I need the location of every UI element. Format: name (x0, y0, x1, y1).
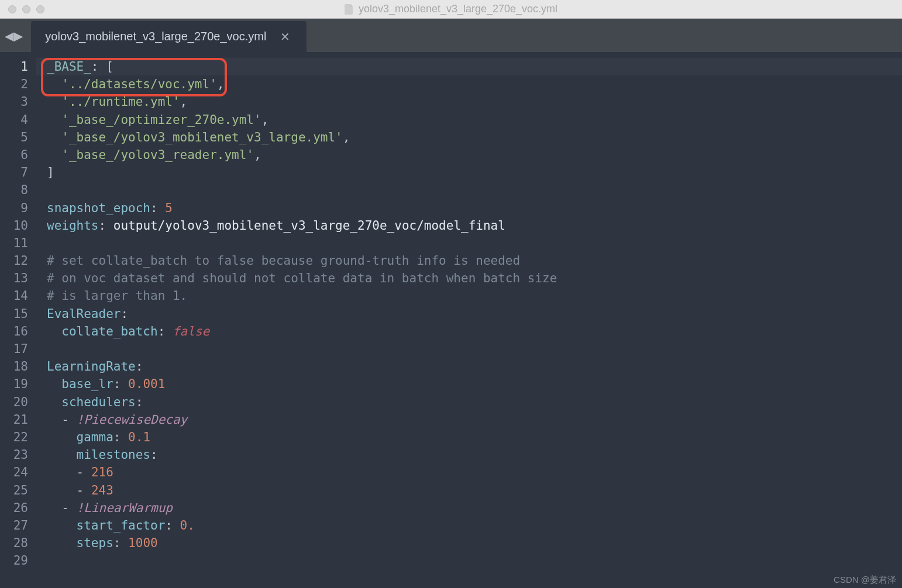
code-line: # on voc dataset and should not collate … (47, 269, 902, 287)
line-number: 11 (0, 234, 28, 252)
line-number: 13 (0, 269, 28, 287)
code-line: - 216 (47, 464, 902, 481)
code-line: start_factor: 0. (47, 517, 902, 534)
line-number: 5 (0, 129, 28, 146)
line-number: 16 (0, 323, 28, 340)
line-number: 20 (0, 393, 28, 411)
line-number: 4 (0, 111, 28, 129)
code-line: - !LinearWarmup (47, 499, 902, 517)
code-line: - 243 (47, 482, 902, 499)
line-number: 3 (0, 93, 28, 110)
code-line: '../datasets/voc.yml', (47, 75, 902, 93)
line-number: 28 (0, 534, 28, 552)
line-number: 23 (0, 446, 28, 464)
code-line: steps: 1000 (47, 534, 902, 552)
code-line: # set collate_batch to false because gro… (47, 252, 902, 269)
nav-back-icon[interactable]: ◀ (5, 28, 14, 43)
nav-forward-icon[interactable]: ▶ (14, 28, 23, 43)
code-line: EvalReader: (47, 305, 902, 323)
line-number: 2 (0, 75, 28, 93)
line-number: 7 (0, 164, 28, 181)
code-area[interactable]: _BASE_: [ '../datasets/voc.yml', '../run… (36, 52, 902, 573)
line-number: 12 (0, 252, 28, 269)
tab-bar: ◀ ▶ yolov3_mobilenet_v3_large_270e_voc.y… (0, 19, 902, 52)
code-line (47, 552, 902, 569)
code-line: '_base_/yolov3_reader.yml', (47, 146, 902, 164)
line-number: 10 (0, 217, 28, 234)
code-line (47, 181, 902, 199)
code-line: LearningRate: (47, 358, 902, 375)
code-line: gamma: 0.1 (47, 428, 902, 446)
code-line: collate_batch: false (47, 323, 902, 340)
code-line: milestones: (47, 446, 902, 464)
line-number: 27 (0, 517, 28, 534)
code-line: - !PiecewiseDecay (47, 411, 902, 428)
tab-active[interactable]: yolov3_mobilenet_v3_large_270e_voc.yml ✕ (31, 21, 307, 52)
line-number: 6 (0, 146, 28, 164)
code-line: weights: output/yolov3_mobilenet_v3_larg… (47, 217, 902, 234)
line-number: 1 (0, 58, 28, 75)
line-number: 22 (0, 428, 28, 446)
line-number: 29 (0, 552, 28, 569)
file-icon (345, 4, 354, 15)
editor[interactable]: 1 2 3 4 5 6 7 8 9 10 11 12 13 14 15 16 1… (0, 52, 902, 573)
code-line: '../runtime.yml', (47, 93, 902, 110)
code-line: _BASE_: [ (36, 58, 902, 75)
close-icon[interactable]: ✕ (280, 30, 290, 44)
code-line: snapshot_epoch: 5 (47, 199, 902, 217)
line-number: 21 (0, 411, 28, 428)
line-number: 26 (0, 499, 28, 517)
code-line (47, 340, 902, 358)
line-number: 24 (0, 464, 28, 481)
window-title: yolov3_mobilenet_v3_large_270e_voc.yml (0, 3, 902, 15)
code-line: ] (47, 164, 902, 181)
tab-label: yolov3_mobilenet_v3_large_270e_voc.yml (45, 30, 266, 43)
line-number: 14 (0, 287, 28, 305)
nav-arrows: ◀ ▶ (0, 19, 31, 52)
code-line: base_lr: 0.001 (47, 375, 902, 393)
code-line: # is larger than 1. (47, 287, 902, 305)
code-line: '_base_/yolov3_mobilenet_v3_large.yml', (47, 129, 902, 146)
watermark: CSDN @姜君泽 (834, 575, 896, 586)
line-gutter: 1 2 3 4 5 6 7 8 9 10 11 12 13 14 15 16 1… (0, 52, 36, 573)
line-number: 17 (0, 340, 28, 358)
line-number: 9 (0, 199, 28, 217)
line-number: 19 (0, 375, 28, 393)
line-number: 18 (0, 358, 28, 375)
code-line: schedulers: (47, 393, 902, 411)
line-number: 8 (0, 181, 28, 199)
code-line (47, 234, 902, 252)
line-number: 15 (0, 305, 28, 323)
code-line: '_base_/optimizer_270e.yml', (47, 111, 902, 129)
line-number: 25 (0, 482, 28, 499)
titlebar: yolov3_mobilenet_v3_large_270e_voc.yml (0, 0, 902, 19)
